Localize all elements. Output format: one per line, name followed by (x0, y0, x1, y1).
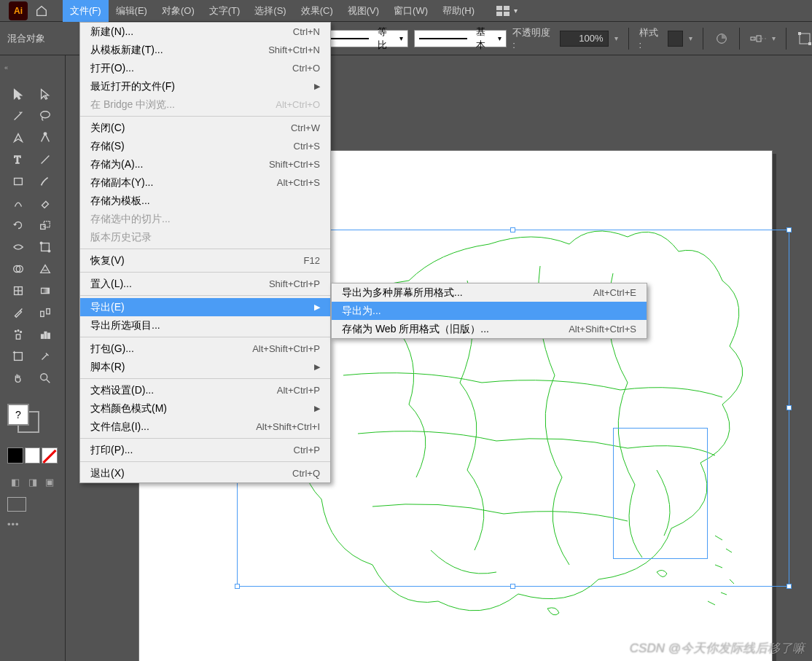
svg-rect-9 (798, 32, 801, 35)
selection-tool[interactable] (7, 85, 29, 103)
column-graph-tool[interactable] (34, 325, 56, 344)
export-menu-item-2[interactable]: 存储为 Web 所用格式（旧版）...Alt+Shift+Ctrl+S (332, 320, 647, 338)
file-menu-item-25[interactable]: 文档颜色模式(M)▶ (80, 399, 330, 418)
style-swatch[interactable] (668, 31, 683, 47)
zoom-tool[interactable] (34, 369, 56, 388)
handle-sw[interactable] (235, 584, 240, 589)
free-transform-tool[interactable] (34, 238, 56, 257)
rectangle-tool[interactable] (7, 172, 29, 191)
file-menu-item-8[interactable]: 存储为(A)...Shift+Ctrl+S (80, 155, 330, 173)
gradient-tool[interactable] (34, 281, 56, 300)
type-tool[interactable]: T (7, 150, 29, 169)
panel-collapse-handle[interactable]: « (0, 55, 65, 80)
draw-mode-behind[interactable]: ◨ (25, 475, 41, 488)
menu-shortcut: Shift+Ctrl+N (268, 44, 320, 55)
menu-separator (80, 272, 330, 273)
file-menu-item-2[interactable]: 打开(O)...Ctrl+O (80, 59, 330, 77)
menu-effect[interactable]: 效果(C) (294, 0, 340, 22)
color-swatch-black[interactable] (7, 447, 23, 464)
menu-separator (80, 337, 330, 337)
menu-view[interactable]: 视图(V) (340, 0, 386, 22)
file-menu-item-6[interactable]: 关闭(C)Ctrl+W (80, 119, 330, 137)
slice-tool[interactable] (34, 347, 56, 366)
file-menu-item-26[interactable]: 文件信息(I)...Alt+Shift+Ctrl+I (80, 418, 330, 436)
file-menu-item-12: 版本历史记录 (80, 228, 330, 246)
draw-mode-inside[interactable]: ▣ (42, 475, 58, 488)
direct-selection-tool[interactable] (34, 85, 56, 103)
handle-ne[interactable] (786, 227, 792, 232)
width-tool[interactable] (7, 238, 29, 257)
file-menu-item-16[interactable]: 置入(L)...Shift+Ctrl+P (80, 275, 330, 293)
file-menu-item-1[interactable]: 从模板新建(T)...Shift+Ctrl+N (80, 41, 330, 59)
magic-wand-tool[interactable] (7, 106, 29, 125)
workspace-switcher[interactable]: ▾ (496, 6, 518, 16)
shaper-tool[interactable] (7, 194, 29, 213)
app-icon[interactable]: Ai (9, 1, 28, 20)
fill-swatch[interactable]: ? (7, 404, 29, 426)
menu-shortcut: Ctrl+Q (292, 468, 320, 479)
menu-select[interactable]: 选择(S) (247, 0, 293, 22)
edit-toolbar-button[interactable]: ••• (0, 516, 65, 533)
lasso-tool[interactable] (34, 106, 56, 125)
mesh-tool[interactable] (7, 281, 29, 300)
menu-type[interactable]: 文字(T) (202, 0, 248, 22)
scale-tool[interactable] (34, 216, 56, 235)
rotate-tool[interactable] (7, 216, 29, 235)
menu-file[interactable]: 文件(F) (63, 0, 109, 22)
shape-builder-tool[interactable] (7, 259, 29, 278)
stroke-style-label: 基本 (476, 26, 493, 52)
file-menu-item-0[interactable]: 新建(N)...Ctrl+N (80, 23, 330, 41)
color-swatch-none[interactable] (42, 447, 58, 464)
opacity-value[interactable]: 100% (560, 31, 609, 47)
symbol-sprayer-tool[interactable] (7, 325, 29, 344)
file-menu-item-28[interactable]: 打印(P)...Ctrl+P (80, 441, 330, 459)
chevron-down-icon[interactable]: ▾ (689, 34, 692, 42)
inset-frame[interactable] (613, 428, 708, 559)
file-menu-item-18[interactable]: 导出(E)▶ (80, 298, 330, 316)
file-menu-item-14[interactable]: 恢复(V)F12 (80, 251, 330, 270)
line-tool[interactable] (34, 150, 56, 169)
perspective-tool[interactable] (34, 259, 56, 278)
artboard-tool[interactable] (7, 347, 29, 366)
svg-point-19 (40, 242, 42, 244)
draw-mode-normal[interactable]: ◧ (7, 475, 23, 488)
chevron-down-icon[interactable]: ▾ (614, 34, 618, 42)
align-icon[interactable] (750, 31, 766, 47)
proportional-select[interactable]: 等比 ▾ (322, 30, 408, 47)
export-menu-item-0[interactable]: 导出为多种屏幕所用格式...Alt+Ctrl+E (332, 283, 647, 302)
file-menu-item-22[interactable]: 脚本(R)▶ (80, 358, 330, 376)
file-menu-item-19[interactable]: 导出所选项目... (80, 316, 330, 335)
export-menu-item-1[interactable]: 导出为... (332, 302, 647, 320)
hand-tool[interactable] (7, 369, 29, 388)
handle-se[interactable] (786, 584, 792, 589)
file-menu-item-3[interactable]: 最近打开的文件(F)▶ (80, 77, 330, 95)
eyedropper-tool[interactable] (7, 303, 29, 322)
transform-icon[interactable] (797, 31, 812, 47)
menu-window[interactable]: 窗口(W) (386, 0, 435, 22)
recolor-icon[interactable] (714, 31, 729, 47)
menu-help[interactable]: 帮助(H) (435, 0, 482, 22)
svg-point-31 (17, 330, 19, 332)
handle-e[interactable] (786, 405, 792, 410)
file-menu-item-30[interactable]: 退出(X)Ctrl+Q (80, 464, 330, 482)
file-menu-item-10[interactable]: 存储为模板... (80, 192, 330, 210)
stroke-style-select[interactable]: 基本 ▾ (414, 30, 507, 47)
home-icon[interactable] (34, 3, 50, 19)
color-swatch-white[interactable] (25, 447, 41, 464)
brush-tool[interactable] (34, 172, 56, 191)
file-menu-item-24[interactable]: 文档设置(D)...Alt+Ctrl+P (80, 381, 330, 399)
eraser-tool[interactable] (34, 194, 56, 213)
chevron-down-icon[interactable]: ▾ (772, 34, 776, 42)
menu-shortcut: Alt+Ctrl+O (276, 99, 320, 110)
file-menu-item-9[interactable]: 存储副本(Y)...Alt+Ctrl+S (80, 173, 330, 192)
menu-item-label: 存储选中的切片... (90, 213, 171, 226)
screen-mode-button[interactable] (7, 497, 26, 512)
pen-tool[interactable] (7, 128, 29, 147)
curvature-tool[interactable] (34, 128, 56, 147)
menu-edit[interactable]: 编辑(E) (109, 0, 155, 22)
blend-tool[interactable] (34, 303, 56, 322)
menu-object[interactable]: 对象(O) (155, 0, 202, 22)
file-menu-item-21[interactable]: 打包(G)...Alt+Shift+Ctrl+P (80, 340, 330, 358)
file-menu-item-7[interactable]: 存储(S)Ctrl+S (80, 137, 330, 155)
fill-stroke-swatch[interactable]: ? (7, 399, 41, 433)
